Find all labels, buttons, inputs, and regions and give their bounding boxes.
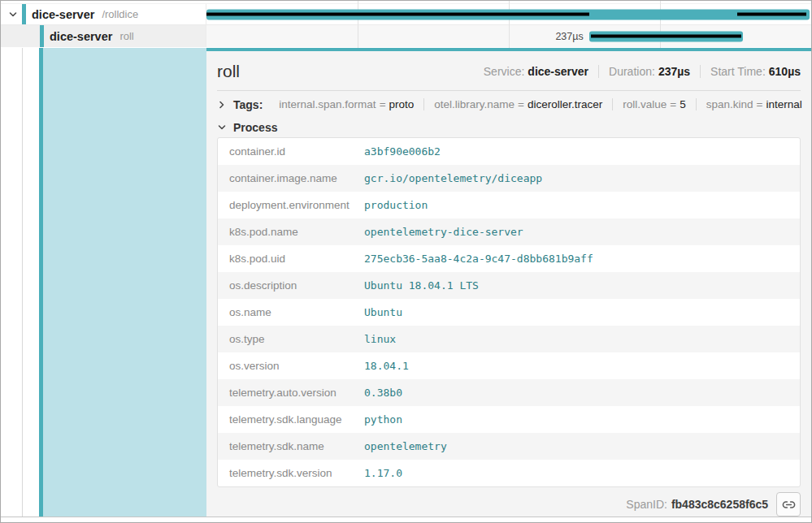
process-key: os.description	[218, 279, 364, 292]
tag-item: otel.library.name=diceroller.tracer	[423, 98, 612, 110]
process-key: os.version	[218, 360, 364, 372]
jaeger-trace-timeline-view: dice-server /rolldice dice-server roll 2…	[0, 0, 812, 523]
process-value: linux	[364, 333, 396, 345]
chevron-right-icon	[217, 100, 227, 110]
tag-equals: =	[515, 98, 528, 110]
process-value: a3bf90e006b2	[364, 145, 441, 158]
timeline-gridline	[358, 1, 358, 48]
span-bar[interactable]: 237µs	[589, 31, 743, 41]
meta-value: dice-server	[528, 65, 588, 78]
process-value: opentelemetry	[364, 440, 447, 452]
critical-path-segment	[737, 13, 806, 16]
meta-label: Start Time:	[710, 65, 766, 78]
meta-service: Service:dice-server	[474, 65, 598, 78]
collapse-chevron-down-icon[interactable]	[7, 9, 19, 20]
meta-label: Duration:	[609, 65, 655, 78]
process-key: k8s.pod.name	[218, 226, 364, 238]
tag-item: span.kind=internal	[696, 98, 811, 110]
process-key: telemetry.sdk.name	[218, 440, 364, 452]
detail-panel: roll Service:dice-server Duration:237µs …	[206, 48, 811, 517]
process-toggle[interactable]: Process	[217, 121, 277, 134]
process-key: container.image.name	[218, 172, 364, 184]
process-table-row: os.type linux	[218, 326, 800, 352]
process-key: telemetry.sdk.language	[218, 413, 364, 426]
detail-left-gutter	[1, 48, 206, 517]
process-key: os.name	[218, 306, 364, 318]
span-duration-label: 237µs	[555, 31, 583, 42]
tag-equals: =	[376, 98, 389, 110]
process-value: opentelemetry-dice-server	[364, 226, 523, 238]
process-table-row: deployment.environment production	[218, 192, 800, 218]
process-table-row: os.version 18.04.1	[218, 352, 800, 379]
process-table-row: telemetry.sdk.language python	[218, 406, 800, 433]
spanid-value: fb483c8c6258f6c5	[671, 498, 768, 511]
tags-section: Tags: internal.span.format=proto otel.li…	[217, 91, 801, 118]
chevron-down-icon	[217, 123, 227, 132]
process-value: production	[364, 199, 428, 211]
tag-key: span.kind	[706, 98, 753, 110]
meta-duration: Duration:237µs	[598, 65, 700, 78]
service-color-chip	[22, 4, 26, 24]
timeline-gridline	[509, 1, 510, 48]
span-row-roll[interactable]: dice-server roll 237µs	[1, 25, 811, 47]
bottom-edge	[1, 517, 811, 521]
service-name: dice-server	[50, 30, 112, 43]
tag-item: roll.value=5	[612, 98, 695, 110]
meta-start-time: Start Time:610µs	[700, 65, 801, 78]
process-key: k8s.pod.uid	[218, 253, 364, 265]
process-table-row: container.image.name gcr.io/opentelemetr…	[218, 165, 800, 192]
service-name: dice-server	[32, 8, 94, 21]
process-table-row: container.id a3bf90e006b2	[218, 138, 800, 165]
process-value: Ubuntu 18.04.1 LTS	[364, 279, 479, 292]
process-table: container.id a3bf90e006b2 container.imag…	[217, 137, 801, 487]
operation-name: /rolldice	[102, 8, 138, 20]
process-key: os.type	[218, 333, 364, 345]
process-value: 0.38b0	[364, 387, 402, 399]
tag-key: internal.span.format	[279, 98, 376, 110]
span-title: roll	[217, 62, 240, 81]
span-detail-section: roll Service:dice-server Duration:237µs …	[1, 48, 811, 517]
span-bar[interactable]	[206, 9, 810, 19]
process-key: container.id	[218, 145, 364, 158]
meta-value: 610µs	[769, 65, 801, 78]
tags-toggle[interactable]: Tags:	[217, 98, 263, 111]
tag-key: otel.library.name	[434, 98, 515, 110]
process-key: telemetry.sdk.version	[218, 467, 364, 479]
spanid-label: SpanID:	[626, 498, 667, 511]
tag-value: internal	[766, 98, 801, 110]
tag-equals: =	[753, 98, 766, 110]
tag-equals: =	[667, 98, 680, 110]
process-value: gcr.io/opentelemetry/diceapp	[364, 172, 542, 184]
meta-value: 237µs	[658, 65, 690, 78]
span-row-rolldice[interactable]: dice-server /rolldice	[1, 3, 811, 25]
tags-list: internal.span.format=proto otel.library.…	[269, 98, 811, 110]
selected-span-highlight	[43, 48, 206, 517]
process-table-row: k8s.pod.name opentelemetry-dice-server	[218, 218, 800, 245]
meta-label: Service:	[484, 65, 525, 78]
link-icon	[782, 498, 796, 512]
span-row-name-cell[interactable]: dice-server /rolldice	[1, 4, 206, 24]
process-table-row: os.name Ubuntu	[218, 299, 800, 326]
process-value: 275ecb36-5aa8-4c2a-9c47-d8bb681b9aff	[364, 253, 593, 265]
detail-footer: SpanID: fb483c8c6258f6c5	[217, 492, 801, 517]
process-table-row: k8s.pod.uid 275ecb36-5aa8-4c2a-9c47-d8bb…	[218, 245, 800, 272]
process-key: deployment.environment	[218, 199, 364, 211]
process-value: Ubuntu	[364, 306, 402, 318]
operation-name: roll	[119, 30, 133, 42]
process-value: 1.17.0	[364, 467, 402, 479]
tag-value: diceroller.tracer	[528, 98, 602, 110]
service-color-chip	[40, 25, 44, 47]
process-table-row: os.description Ubuntu 18.04.1 LTS	[218, 272, 800, 299]
tags-section-label: Tags:	[233, 98, 263, 111]
process-value: 18.04.1	[364, 360, 409, 372]
span-row-name-cell[interactable]: dice-server roll	[1, 25, 206, 47]
process-key: telemetry.auto.version	[218, 387, 364, 399]
process-section-header: Process	[217, 118, 801, 137]
critical-path-segment	[206, 13, 589, 16]
tag-value: proto	[389, 98, 415, 110]
deep-link-button[interactable]	[776, 492, 801, 517]
process-value: python	[364, 413, 402, 426]
process-section-label: Process	[233, 121, 277, 134]
indent-guide-root	[1, 48, 23, 517]
tag-item: internal.span.format=proto	[269, 98, 423, 110]
